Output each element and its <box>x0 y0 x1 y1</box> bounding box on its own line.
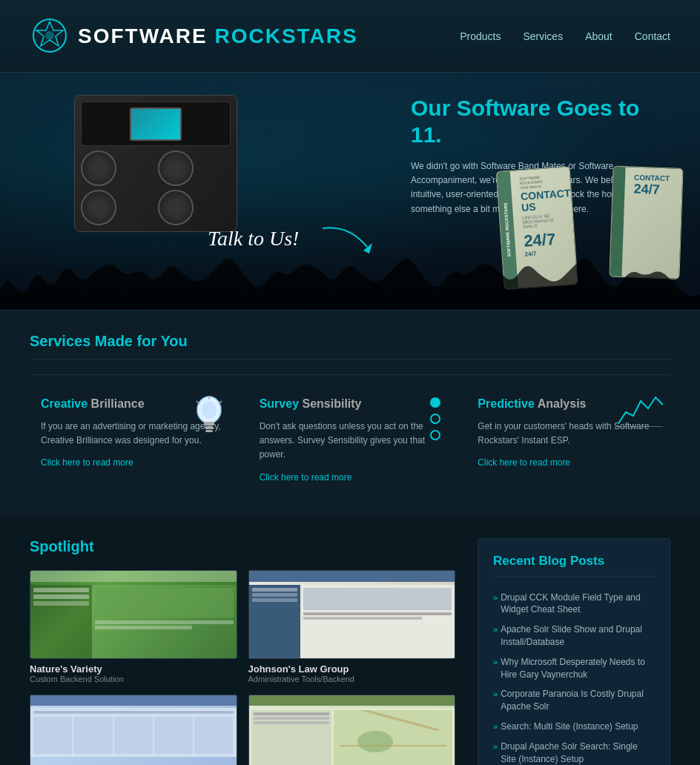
portfolio-item-jax[interactable]: Jax Real Estate Finder Google Maps Integ… <box>248 695 456 765</box>
nav-contact[interactable]: Contact <box>635 30 670 42</box>
blog-sidebar-title: Recent Blog Posts <box>493 554 655 577</box>
portfolio-name-natures-variety: Nature's Variety <box>30 663 237 675</box>
blog-arrow-icon: » <box>493 741 498 765</box>
portfolio-item-johnsons[interactable]: Johnson's Law Group Administrative Tools… <box>248 570 456 683</box>
services-section-title: Services Made for You <box>30 333 670 360</box>
services-section: Services Made for You Creative Brillianc… <box>0 310 700 516</box>
blog-post-text: Corporate Paranoia Is Costly Drupal Apac… <box>501 688 655 713</box>
radio-dot-1 <box>430 397 440 408</box>
read-more-survey[interactable]: Click here to read more <box>260 472 352 483</box>
blog-post-item[interactable]: »Search: Multi Site (Instance) Setup <box>493 717 655 737</box>
blog-arrow-icon: » <box>493 592 498 617</box>
portfolio-item-natures-variety[interactable]: Nature's Variety Custom Backend Solution <box>30 570 237 683</box>
radio-buttons-icon <box>426 394 444 444</box>
blog-post-item[interactable]: »Corporate Paranoia Is Costly Drupal Apa… <box>493 684 655 717</box>
svg-rect-6 <box>205 426 214 429</box>
blog-post-text: Search: Multi Site (Instance) Setup <box>501 721 638 733</box>
blog-arrow-icon: » <box>493 657 498 681</box>
svg-point-2 <box>45 31 54 40</box>
talk-to-us-cta: Talk to Us! <box>208 227 299 251</box>
service-body-survey: Don't ask questions unless you act on th… <box>260 420 441 463</box>
spotlight-title: Spotlight <box>30 538 455 555</box>
service-card-predictive: Predictive Analysis Get in your customer… <box>466 386 670 494</box>
nav-products[interactable]: Products <box>460 30 501 42</box>
service-card-creative: Creative Brilliance If you are an advert… <box>30 386 234 494</box>
portfolio-name-johnsons: Johnson's Law Group <box>248 663 456 675</box>
read-more-predictive[interactable]: Click here to read more <box>478 457 570 468</box>
portfolio-desc-natures-variety: Custom Backend Solution <box>30 675 237 683</box>
hero-amp-illustration <box>74 95 237 232</box>
spotlight-section: Spotlight <box>30 538 478 765</box>
radio-dot-3 <box>430 430 440 440</box>
blog-post-item[interactable]: »Drupal CCK Module Field Type and Widget… <box>493 588 655 620</box>
blog-arrow-icon: » <box>493 689 498 713</box>
logo-icon <box>30 16 70 56</box>
logo-text: Software Rockstars <box>78 24 358 48</box>
main-nav: Products Services About Contact <box>460 30 670 42</box>
portfolio-thumb-natures-variety <box>30 570 237 659</box>
nav-about[interactable]: About <box>585 30 612 42</box>
radio-dot-2 <box>430 414 440 424</box>
blog-post-text: Apache Solr Slide Show and Drupal Instal… <box>501 623 655 649</box>
lightbulb-icon <box>193 394 226 444</box>
blog-arrow-icon: » <box>493 721 498 733</box>
blog-post-text: Why Microsoft Desperately Needs to Hire … <box>501 656 655 681</box>
svg-rect-5 <box>204 422 214 425</box>
blog-arrow-icon: » <box>493 624 498 649</box>
read-more-creative[interactable]: Click here to read more <box>41 457 133 468</box>
blog-posts-list: »Drupal CCK Module Field Type and Widget… <box>493 588 655 765</box>
chart-icon <box>615 394 663 429</box>
blog-post-item[interactable]: »Apache Solr Slide Show and Drupal Insta… <box>493 620 655 652</box>
blog-post-item[interactable]: »Drupal Apache Solr Search: Single Site … <box>493 737 655 765</box>
main-content: Spotlight <box>0 516 700 765</box>
hero-section: Our Software Goes to 11. We didn't go wi… <box>0 73 700 310</box>
header: Software Rockstars Products Services Abo… <box>0 0 700 73</box>
svg-rect-7 <box>205 430 213 432</box>
blog-sidebar: Recent Blog Posts »Drupal CCK Module Fie… <box>478 538 670 765</box>
crowd-silhouette <box>0 251 700 310</box>
blog-post-item[interactable]: »Why Microsoft Desperately Needs to Hire… <box>493 652 655 685</box>
portfolio-thumb-jax <box>248 695 456 765</box>
portfolio-thumb-johnsons <box>248 570 456 659</box>
service-card-survey: Survey Sensibility Don't ask questions u… <box>248 386 452 494</box>
service-title-survey: Survey Sensibility <box>260 397 441 411</box>
svg-point-11 <box>202 401 217 419</box>
portfolio-desc-johnsons: Administrative Tools/Backend <box>248 675 456 683</box>
services-grid: Creative Brilliance If you are an advert… <box>30 386 670 494</box>
hero-headline: Our Software Goes to 11. <box>411 95 670 148</box>
portfolio-grid: Nature's Variety Custom Backend Solution <box>30 570 455 765</box>
blog-post-text: Drupal Apache Solr Search: Single Site (… <box>501 741 655 765</box>
logo-area: Software Rockstars <box>30 16 358 56</box>
blog-post-text: Drupal CCK Module Field Type and Widget … <box>501 592 655 617</box>
portfolio-item-client-m[interactable]: Client M Analytical Data Query Applicati… <box>30 695 237 765</box>
portfolio-thumb-client-m <box>30 695 237 765</box>
nav-services[interactable]: Services <box>523 30 563 42</box>
